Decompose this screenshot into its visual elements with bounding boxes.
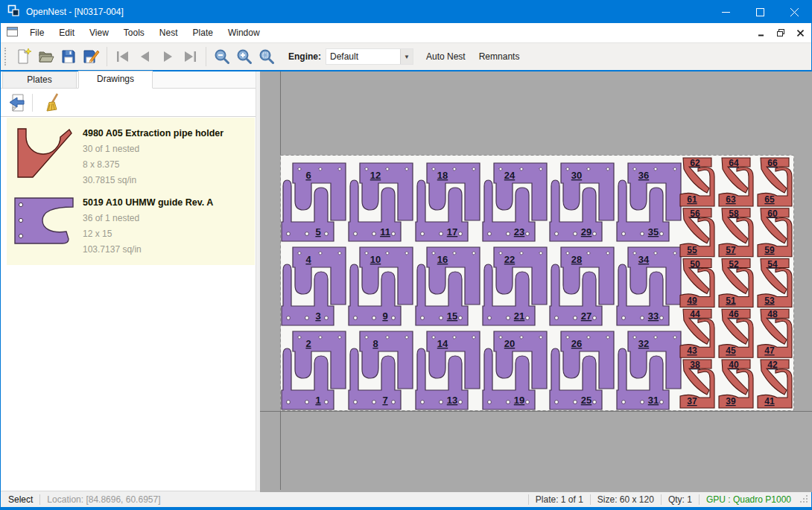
- zoom-fit-icon: [258, 48, 276, 66]
- svg-text:29: 29: [581, 226, 591, 238]
- zoom-out-icon: [213, 48, 231, 66]
- svg-text:40: 40: [729, 360, 739, 370]
- zoom-in-button[interactable]: [233, 46, 256, 67]
- drawing-thumbnail-red: [14, 127, 83, 185]
- list-item[interactable]: 5019 A10 UHMW guide Rev. A 36 of 1 neste…: [7, 190, 255, 259]
- remnants-button[interactable]: Remnants: [472, 47, 527, 66]
- new-file-button[interactable]: [13, 46, 35, 67]
- previous-plate-button[interactable]: [134, 46, 156, 67]
- svg-text:5: 5: [315, 226, 320, 238]
- svg-text:36: 36: [638, 170, 649, 181]
- new-file-icon: [15, 48, 33, 66]
- document-window-icon[interactable]: [7, 27, 18, 39]
- list-item[interactable]: 4980 A05 Extraction pipe holder 30 of 1 …: [7, 121, 255, 190]
- save-button[interactable]: [57, 46, 80, 67]
- zoom-fit-button[interactable]: [256, 46, 278, 67]
- zoom-in-icon: [235, 48, 253, 66]
- next-plate-button[interactable]: [156, 46, 179, 67]
- svg-text:25: 25: [581, 395, 591, 406]
- chevron-down-icon[interactable]: ▼: [400, 49, 413, 64]
- status-location: Location: [84.8696, 60.6957]: [47, 494, 160, 505]
- svg-text:47: 47: [764, 345, 775, 356]
- import-drawing-button[interactable]: [5, 92, 29, 114]
- menu-view[interactable]: View: [82, 23, 116, 42]
- tab-plates[interactable]: Plates: [2, 71, 77, 88]
- child-close-button[interactable]: [792, 25, 808, 40]
- svg-text:54: 54: [767, 259, 778, 270]
- open-button[interactable]: [35, 46, 57, 67]
- menu-window[interactable]: Window: [221, 23, 267, 42]
- window-title: OpenNest - [N0317-004]: [26, 7, 124, 17]
- svg-text:58: 58: [729, 208, 739, 219]
- drawing-nested-count: 36 of 1 nested: [83, 213, 213, 223]
- status-separator: [699, 494, 700, 505]
- status-gpu: GPU : Quadro P1000: [706, 494, 791, 505]
- svg-text:18: 18: [437, 170, 448, 181]
- svg-text:50: 50: [690, 259, 700, 270]
- save-as-button[interactable]: [80, 46, 102, 67]
- toolbar-grip[interactable]: [4, 48, 8, 66]
- menu-nest[interactable]: Nest: [152, 23, 185, 42]
- main-area: Plates Drawings: [1, 71, 811, 491]
- svg-text:28: 28: [571, 254, 582, 265]
- menu-file[interactable]: File: [22, 23, 51, 42]
- app-logo-icon: [7, 4, 20, 19]
- last-arrow-icon: [181, 48, 199, 66]
- menu-tools[interactable]: Tools: [116, 23, 152, 42]
- svg-text:33: 33: [648, 310, 659, 322]
- child-restore-button[interactable]: [773, 25, 789, 40]
- svg-text:8: 8: [372, 338, 378, 349]
- svg-text:39: 39: [726, 396, 736, 407]
- svg-text:42: 42: [767, 360, 778, 370]
- drawing-area: 30.7815 sq/in: [83, 175, 223, 185]
- svg-text:35: 35: [648, 226, 659, 238]
- engine-value: Default: [326, 51, 400, 62]
- status-qty: Qty: 1: [668, 494, 692, 505]
- last-plate-button[interactable]: [179, 46, 201, 67]
- resize-grip-icon[interactable]: [799, 494, 808, 506]
- minimize-button[interactable]: [708, 1, 743, 23]
- svg-text:9: 9: [382, 310, 387, 322]
- panel-tabstrip: Plates Drawings: [1, 71, 256, 89]
- svg-text:4: 4: [305, 254, 311, 265]
- clear-drawings-button[interactable]: [40, 92, 64, 114]
- nest-canvas[interactable]: 6512111817242330293635431091615222128273…: [260, 71, 812, 492]
- maximize-button[interactable]: [743, 1, 777, 23]
- svg-text:23: 23: [514, 226, 524, 238]
- svg-text:38: 38: [690, 360, 700, 370]
- title-bar: OpenNest - [N0317-004]: [1, 1, 811, 23]
- svg-text:56: 56: [690, 208, 700, 219]
- svg-text:24: 24: [504, 170, 516, 181]
- drawings-toolbar: [1, 89, 256, 117]
- panel-separator: [32, 94, 33, 112]
- menu-edit[interactable]: Edit: [51, 23, 82, 42]
- svg-text:62: 62: [690, 158, 700, 168]
- back-arrow-icon: [7, 93, 27, 112]
- svg-text:14: 14: [437, 338, 448, 349]
- svg-text:26: 26: [571, 338, 582, 349]
- app-window: OpenNest - [N0317-004] File Edit View To…: [0, 0, 812, 510]
- drawings-list: 4980 A05 Extraction pipe holder 30 of 1 …: [7, 118, 255, 265]
- tab-drawings[interactable]: Drawings: [78, 71, 153, 89]
- svg-text:12: 12: [370, 170, 381, 181]
- status-size: Size: 60 x 120: [597, 494, 654, 505]
- svg-text:10: 10: [370, 254, 381, 265]
- child-minimize-button[interactable]: [753, 25, 770, 40]
- zoom-out-button[interactable]: [211, 46, 233, 67]
- status-mode: Select: [8, 494, 33, 505]
- next-arrow-icon: [159, 48, 177, 66]
- menu-plate[interactable]: Plate: [185, 23, 221, 42]
- status-separator: [528, 494, 529, 505]
- drawing-title: 5019 A10 UHMW guide Rev. A: [83, 196, 213, 208]
- engine-combobox[interactable]: Default ▼: [326, 48, 413, 65]
- svg-text:20: 20: [504, 338, 515, 349]
- status-plate: Plate: 1 of 1: [536, 494, 583, 505]
- window-bottom-border: [1, 507, 811, 509]
- svg-text:44: 44: [690, 309, 700, 319]
- first-plate-button[interactable]: [112, 46, 134, 67]
- close-button[interactable]: [777, 1, 811, 23]
- auto-nest-button[interactable]: Auto Nest: [419, 47, 472, 66]
- status-bar: Select Location: [84.8696, 60.6957] Plat…: [1, 491, 811, 507]
- svg-text:59: 59: [764, 245, 775, 255]
- status-separator: [590, 494, 591, 505]
